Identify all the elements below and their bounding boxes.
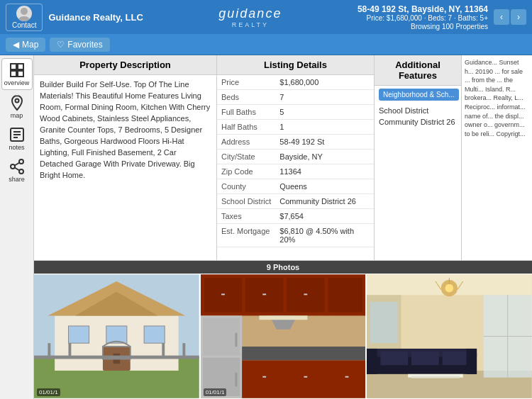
sidebar-item-map[interactable]: map bbox=[1, 91, 33, 122]
svg-rect-48 bbox=[262, 376, 266, 378]
map-label: Map bbox=[22, 40, 38, 50]
favorites-label: Favorites bbox=[67, 40, 102, 50]
agency-name: Guidance Realty, LLC bbox=[48, 12, 143, 23]
living-room-photo-svg bbox=[367, 274, 532, 399]
exterior-photo-svg bbox=[34, 274, 199, 399]
listing-value-7: Queens bbox=[275, 179, 374, 194]
listing-label-7: County bbox=[217, 179, 275, 194]
listing-value-9: $7,654 bbox=[275, 209, 374, 224]
svg-rect-71 bbox=[411, 376, 460, 378]
listing-row-5: City/StateBayside, NY bbox=[217, 150, 374, 164]
photos-bar: 9 Photos bbox=[34, 261, 532, 274]
svg-rect-21 bbox=[68, 326, 89, 343]
svg-rect-49 bbox=[304, 376, 307, 378]
svg-rect-50 bbox=[345, 376, 348, 378]
map-label: map bbox=[11, 112, 23, 119]
svg-rect-5 bbox=[18, 71, 23, 77]
svg-rect-67 bbox=[381, 352, 409, 365]
listing-row-1: Beds7 bbox=[217, 90, 374, 105]
svg-point-12 bbox=[11, 164, 15, 169]
photo-kitchen[interactable]: 01/01/1 bbox=[201, 274, 367, 399]
additional-features-title: Additional Features bbox=[375, 55, 461, 86]
svg-point-6 bbox=[15, 99, 18, 103]
listing-label-2: Full Baths bbox=[217, 105, 275, 120]
sidebar-nav: overview map notes share bbox=[0, 55, 34, 399]
svg-rect-42 bbox=[203, 317, 240, 355]
property-description-title: Property Description bbox=[34, 55, 216, 75]
listing-details-panel: Listing Details Price$1,680,000Beds7Full… bbox=[217, 55, 375, 260]
svg-rect-29 bbox=[162, 343, 165, 356]
svg-rect-65 bbox=[367, 349, 377, 374]
heart-icon: ♡ bbox=[57, 40, 65, 50]
listing-value-6: 11364 bbox=[275, 164, 374, 179]
contact-label: Contact bbox=[12, 21, 36, 29]
listing-row-2: Full Baths5 bbox=[217, 105, 374, 120]
svg-rect-52 bbox=[259, 315, 307, 320]
map-icon: ◀ bbox=[13, 40, 19, 50]
svg-rect-28 bbox=[68, 343, 71, 356]
listing-value-3: 1 bbox=[275, 120, 374, 135]
svg-rect-3 bbox=[18, 64, 23, 69]
property-price-line: Price: $1,680,000 · Beds: 7 · Baths: 5+ bbox=[358, 14, 488, 22]
svg-line-14 bbox=[14, 168, 19, 171]
sidebar-item-notes[interactable]: notes bbox=[1, 123, 33, 154]
svg-rect-45 bbox=[235, 373, 237, 386]
prev-arrow[interactable]: ‹ bbox=[494, 9, 509, 25]
svg-rect-68 bbox=[411, 352, 439, 365]
listing-value-0: $1,680,000 bbox=[275, 75, 374, 90]
nav-arrows: ‹ › bbox=[494, 9, 526, 25]
contact-button[interactable]: Contact bbox=[6, 4, 43, 31]
listing-table: Price$1,680,000Beds7Full Baths5Half Bath… bbox=[217, 75, 374, 247]
right-text-panel: Guidance... Sunset h... 20190 ... for sa… bbox=[461, 55, 532, 260]
svg-rect-23 bbox=[144, 326, 165, 343]
logo-sub: REALTY bbox=[143, 21, 358, 28]
property-description-panel: Property Description Builder Build For S… bbox=[34, 55, 217, 260]
kitchen-photo-svg bbox=[201, 274, 366, 399]
listing-value-10: $6,810 @ 4.50% with 20% bbox=[275, 224, 374, 247]
svg-rect-22 bbox=[106, 326, 127, 343]
svg-point-1 bbox=[18, 16, 30, 21]
listing-value-2: 5 bbox=[275, 105, 374, 120]
svg-point-13 bbox=[19, 169, 23, 174]
listing-row-3: Half Baths1 bbox=[217, 120, 374, 135]
favorites-button[interactable]: ♡ Favorites bbox=[50, 38, 109, 52]
sidebar-item-overview[interactable]: overview bbox=[1, 58, 33, 90]
photo-timestamp-2: 01/01/1 bbox=[204, 388, 227, 396]
photos-row: 01/01/1 bbox=[34, 274, 532, 399]
listing-row-8: School DistrictCommunity District 26 bbox=[217, 194, 374, 209]
feature-community-district: Community District 26 bbox=[379, 116, 457, 128]
listing-label-4: Address bbox=[217, 135, 275, 150]
svg-rect-2 bbox=[11, 64, 16, 69]
svg-rect-40 bbox=[304, 293, 307, 295]
sub-header: ◀ Map ♡ Favorites bbox=[0, 34, 532, 55]
svg-rect-44 bbox=[235, 333, 237, 347]
listing-label-10: Est. Mortgage bbox=[217, 224, 275, 247]
listing-row-4: Address58-49 192 St bbox=[217, 135, 374, 150]
map-button[interactable]: ◀ Map bbox=[6, 38, 45, 52]
logo-text: guidance bbox=[143, 6, 358, 21]
property-description-body: Builder Build For Self-Use. Top Of The L… bbox=[34, 75, 216, 257]
listing-value-5: Bayside, NY bbox=[275, 150, 374, 164]
property-header-info: 58-49 192 St, Bayside, NY, 11364 Price: … bbox=[358, 4, 488, 30]
svg-rect-30 bbox=[182, 343, 185, 356]
svg-rect-37 bbox=[328, 278, 362, 312]
listing-label-3: Half Baths bbox=[217, 120, 275, 135]
listing-row-9: Taxes$7,654 bbox=[217, 209, 374, 224]
photos-section: 9 Photos bbox=[34, 261, 532, 399]
photo-living-room[interactable] bbox=[367, 274, 532, 399]
listing-row-6: Zip Code11364 bbox=[217, 164, 374, 179]
svg-point-0 bbox=[21, 8, 28, 15]
neighborhood-button[interactable]: Neighborhood & Sch... bbox=[379, 89, 459, 101]
listing-label-9: Taxes bbox=[217, 209, 275, 224]
main-layout: overview map notes share bbox=[0, 55, 532, 399]
sidebar-item-share[interactable]: share bbox=[1, 155, 33, 186]
feature-school-district: School District bbox=[379, 105, 457, 116]
svg-rect-47 bbox=[242, 360, 366, 398]
listing-details-title: Listing Details bbox=[217, 55, 374, 75]
app-header: Contact Guidance Realty, LLC guidance RE… bbox=[0, 0, 532, 34]
notes-label: notes bbox=[9, 144, 24, 151]
svg-rect-46 bbox=[242, 347, 366, 360]
listing-value-1: 7 bbox=[275, 90, 374, 105]
next-arrow[interactable]: › bbox=[511, 9, 526, 25]
photo-exterior[interactable]: 01/01/1 bbox=[34, 274, 201, 399]
